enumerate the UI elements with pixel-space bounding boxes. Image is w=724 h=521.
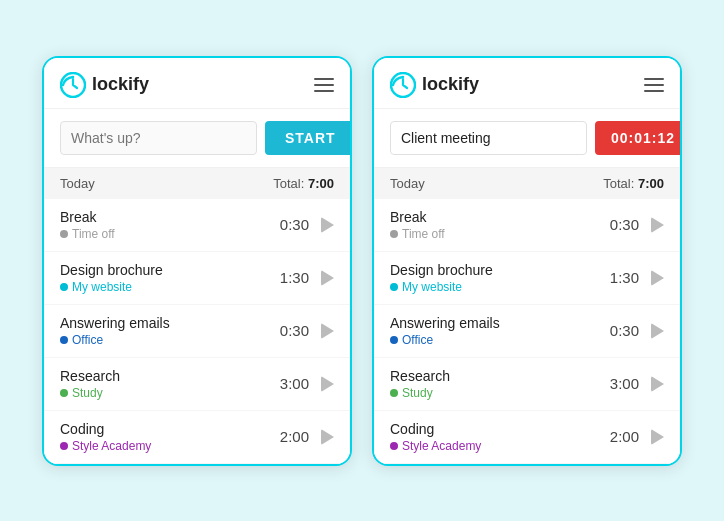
entry-title: Research	[60, 368, 273, 384]
left-start-button[interactable]: START	[265, 121, 352, 155]
play-button[interactable]	[651, 323, 664, 339]
project-dot	[390, 283, 398, 291]
project-name: Office	[402, 333, 433, 347]
play-button[interactable]	[321, 429, 334, 445]
time-entry-row: Coding Style Academy 2:00	[374, 411, 680, 464]
project-name: Time off	[402, 227, 445, 241]
right-entries-list: Break Time off 0:30 Design brochure My w…	[374, 199, 680, 464]
right-total-value: 7:00	[638, 176, 664, 191]
time-entry-row: Research Study 3:00	[374, 358, 680, 411]
right-timer-row: 00:01:12	[374, 109, 680, 168]
left-today-header: Today Total: 7:00	[44, 168, 350, 199]
entry-info: Answering emails Office	[60, 315, 273, 347]
time-entry-row: Answering emails Office 0:30	[374, 305, 680, 358]
right-menu-icon[interactable]	[644, 78, 664, 92]
entry-info: Research Study	[60, 368, 273, 400]
entry-project: Style Academy	[390, 439, 603, 453]
right-running-button[interactable]: 00:01:12	[595, 121, 682, 155]
entry-info: Answering emails Office	[390, 315, 603, 347]
entry-info: Break Time off	[390, 209, 603, 241]
play-triangle-icon	[651, 376, 664, 392]
left-today-label: Today	[60, 176, 95, 191]
entry-project: Study	[390, 386, 603, 400]
entry-title: Coding	[390, 421, 603, 437]
right-logo-text: lockify	[422, 74, 479, 95]
entry-info: Research Study	[390, 368, 603, 400]
play-triangle-icon	[651, 429, 664, 445]
entry-title: Design brochure	[60, 262, 273, 278]
project-name: My website	[72, 280, 132, 294]
play-button[interactable]	[651, 217, 664, 233]
entry-duration: 2:00	[603, 428, 639, 445]
entry-duration: 0:30	[603, 216, 639, 233]
left-entries-list: Break Time off 0:30 Design brochure My w…	[44, 199, 350, 464]
entry-duration: 1:30	[603, 269, 639, 286]
right-header: lockify	[374, 58, 680, 109]
right-active-input[interactable]	[390, 121, 587, 155]
entry-title: Research	[390, 368, 603, 384]
project-dot	[60, 389, 68, 397]
entry-duration: 0:30	[603, 322, 639, 339]
clockify-logo-icon	[60, 72, 86, 98]
time-entry-row: Research Study 3:00	[44, 358, 350, 411]
entry-project: Office	[390, 333, 603, 347]
entry-title: Break	[390, 209, 603, 225]
project-name: My website	[402, 280, 462, 294]
project-dot	[390, 336, 398, 344]
entry-title: Break	[60, 209, 273, 225]
time-entry-row: Break Time off 0:30	[374, 199, 680, 252]
project-dot	[60, 336, 68, 344]
play-triangle-icon	[321, 323, 334, 339]
left-menu-icon[interactable]	[314, 78, 334, 92]
play-button[interactable]	[321, 376, 334, 392]
play-triangle-icon	[651, 217, 664, 233]
project-dot	[60, 442, 68, 450]
entry-project: Study	[60, 386, 273, 400]
left-total: Total: 7:00	[273, 176, 334, 191]
right-phone-card: lockify 00:01:12 Today Total: 7:00 Break…	[372, 56, 682, 466]
entry-title: Design brochure	[390, 262, 603, 278]
time-entry-row: Answering emails Office 0:30	[44, 305, 350, 358]
entry-duration: 3:00	[273, 375, 309, 392]
entry-project: My website	[390, 280, 603, 294]
play-triangle-icon	[321, 217, 334, 233]
left-timer-input[interactable]	[60, 121, 257, 155]
time-entry-row: Design brochure My website 1:30	[374, 252, 680, 305]
right-today-header: Today Total: 7:00	[374, 168, 680, 199]
entry-duration: 1:30	[273, 269, 309, 286]
play-triangle-icon	[321, 376, 334, 392]
left-phone-card: lockify START Today Total: 7:00 Break Ti…	[42, 56, 352, 466]
project-dot	[60, 283, 68, 291]
project-name: Style Academy	[402, 439, 481, 453]
play-button[interactable]	[651, 376, 664, 392]
project-dot	[390, 442, 398, 450]
entry-info: Coding Style Academy	[390, 421, 603, 453]
entry-duration: 2:00	[273, 428, 309, 445]
play-triangle-icon	[321, 270, 334, 286]
entry-project: Style Academy	[60, 439, 273, 453]
entry-project: My website	[60, 280, 273, 294]
project-name: Time off	[72, 227, 115, 241]
play-button[interactable]	[321, 217, 334, 233]
play-button[interactable]	[321, 270, 334, 286]
left-logo: lockify	[60, 72, 149, 98]
project-name: Study	[72, 386, 103, 400]
project-name: Style Academy	[72, 439, 151, 453]
project-dot	[390, 389, 398, 397]
entry-info: Design brochure My website	[60, 262, 273, 294]
play-triangle-icon	[321, 429, 334, 445]
right-today-label: Today	[390, 176, 425, 191]
entry-project: Time off	[390, 227, 603, 241]
project-dot	[60, 230, 68, 238]
left-total-prefix: Total:	[273, 176, 304, 191]
entry-project: Office	[60, 333, 273, 347]
play-button[interactable]	[651, 270, 664, 286]
play-button[interactable]	[321, 323, 334, 339]
left-logo-text: lockify	[92, 74, 149, 95]
entry-info: Design brochure My website	[390, 262, 603, 294]
main-container: lockify START Today Total: 7:00 Break Ti…	[22, 36, 702, 486]
entry-title: Coding	[60, 421, 273, 437]
clockify-logo-icon-right	[390, 72, 416, 98]
play-button[interactable]	[651, 429, 664, 445]
right-total: Total: 7:00	[603, 176, 664, 191]
